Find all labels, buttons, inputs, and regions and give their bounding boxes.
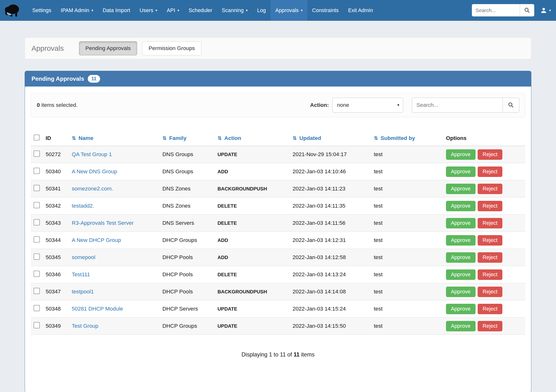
navbar-items: Settings IPAM Admin▾ Data Import Users▾ …	[28, 0, 378, 21]
row-name-link[interactable]: Test111	[72, 271, 90, 277]
row-checkbox[interactable]	[34, 168, 40, 174]
row-name-link[interactable]: testpool1	[72, 289, 94, 295]
row-family: DNS Zones	[160, 180, 215, 197]
caret-down-icon: ▾	[178, 8, 179, 13]
action-select-value: none	[337, 102, 349, 108]
table-row: 50348 50281 DHCP Module DHCP Servers UPD…	[31, 300, 525, 318]
reject-button[interactable]: Reject	[478, 167, 502, 177]
reject-button[interactable]: Reject	[478, 149, 502, 160]
nav-item-ipam-admin[interactable]: IPAM Admin▾	[56, 0, 98, 21]
row-checkbox[interactable]	[34, 322, 40, 328]
tab-pending-approvals[interactable]: Pending Approvals	[79, 41, 137, 55]
row-family: DHCP Groups	[160, 232, 215, 249]
select-all-checkbox[interactable]	[34, 135, 40, 141]
provision-mammoth-logo[interactable]	[4, 2, 21, 18]
col-header-options: Options	[443, 131, 525, 146]
table-row: 50342 testadd2. DNS Zones DELETE 2022-Ja…	[31, 197, 525, 215]
row-updated: 2022-Jan-03 14:12:31	[290, 232, 371, 249]
approve-button[interactable]: Approve	[446, 321, 476, 331]
row-id: 50346	[43, 266, 69, 283]
row-checkbox[interactable]	[34, 271, 40, 277]
row-checkbox[interactable]	[34, 185, 40, 191]
caret-down-icon: ▾	[91, 8, 93, 13]
nav-item-scanning[interactable]: Scanning▾	[217, 0, 252, 21]
reject-button[interactable]: Reject	[478, 235, 502, 246]
approve-button[interactable]: Approve	[446, 149, 476, 160]
reject-button[interactable]: Reject	[478, 184, 502, 194]
approvals-title-card: Approvals Pending ApprovalsPermission Gr…	[25, 38, 531, 59]
approve-button[interactable]: Approve	[446, 287, 476, 297]
table-search-input[interactable]	[412, 98, 502, 113]
row-checkbox[interactable]	[34, 219, 40, 225]
row-name-link[interactable]: 50281 DHCP Module	[72, 306, 123, 312]
row-updated: 2021-Nov-29 15:04:17	[290, 146, 371, 163]
row-id: 50272	[43, 146, 69, 163]
nav-item-exit-admin[interactable]: Exit Admin	[343, 0, 378, 21]
table-search-button[interactable]	[502, 98, 519, 113]
col-header-action[interactable]: ⇅Action	[215, 131, 290, 146]
row-name-link[interactable]: QA Test Group 1	[72, 151, 112, 157]
page-title: Approvals	[31, 44, 64, 53]
reject-button[interactable]: Reject	[478, 252, 502, 263]
col-header-name[interactable]: ⇅Name	[69, 131, 160, 146]
row-family: DHCP Pools	[160, 283, 215, 300]
approve-button[interactable]: Approve	[446, 269, 476, 280]
col-header-family[interactable]: ⇅Family	[160, 131, 215, 146]
row-name-link[interactable]: Test Group	[72, 323, 98, 329]
row-name-link[interactable]: A New DHCP Group	[72, 237, 121, 243]
nav-item-settings[interactable]: Settings	[28, 0, 56, 21]
row-id: 50349	[43, 318, 69, 335]
row-checkbox[interactable]	[34, 236, 40, 243]
tab-permission-groups[interactable]: Permission Groups	[142, 41, 201, 55]
nav-item-users[interactable]: Users▾	[135, 0, 162, 21]
row-updated: 2022-Jan-03 14:15:50	[290, 318, 371, 335]
row-id: 50345	[43, 249, 69, 266]
row-checkbox[interactable]	[34, 151, 40, 157]
row-name-link[interactable]: A New DNS Group	[72, 169, 117, 175]
nav-item-log[interactable]: Log	[252, 0, 270, 21]
nav-item-constraints[interactable]: Constraints	[307, 0, 343, 21]
user-menu[interactable]: ▾	[540, 7, 551, 14]
row-action: DELETE	[215, 197, 290, 215]
col-header-submitted-by[interactable]: ⇅Submitted by	[371, 131, 443, 146]
navbar-search-input[interactable]	[472, 4, 520, 16]
table-row: 50345 somepool DHCP Pools ADD 2022-Jan-0…	[31, 249, 525, 266]
row-checkbox[interactable]	[34, 254, 40, 260]
row-submitted-by: test	[371, 318, 443, 335]
sort-icon: ⇅	[72, 135, 76, 141]
reject-button[interactable]: Reject	[478, 201, 502, 211]
col-header-updated[interactable]: ⇅Updated	[290, 131, 371, 146]
approve-button[interactable]: Approve	[446, 167, 476, 177]
row-name-link[interactable]: somezone2.com.	[72, 186, 113, 192]
row-checkbox[interactable]	[34, 288, 40, 294]
mammoth-logo-icon	[4, 3, 21, 18]
approve-button[interactable]: Approve	[446, 235, 476, 246]
view-tabs: Pending ApprovalsPermission Groups	[79, 41, 201, 55]
row-name-link[interactable]: testadd2.	[72, 203, 94, 209]
row-id: 50340	[43, 163, 69, 180]
row-checkbox[interactable]	[34, 305, 40, 311]
row-name-link[interactable]: R3-Approvals Test Server	[72, 220, 134, 226]
toolbar-right: Action: none ▾	[310, 98, 519, 113]
reject-button[interactable]: Reject	[478, 304, 502, 314]
reject-button[interactable]: Reject	[478, 287, 502, 297]
row-name-link[interactable]: somepool	[72, 254, 95, 260]
nav-item-api[interactable]: API▾	[162, 0, 184, 21]
reject-button[interactable]: Reject	[478, 321, 502, 331]
navbar-search-button[interactable]	[520, 4, 534, 16]
nav-item-approvals[interactable]: Approvals▾	[270, 0, 307, 21]
row-checkbox[interactable]	[34, 202, 40, 208]
approve-button[interactable]: Approve	[446, 218, 476, 228]
caret-down-icon: ▾	[549, 8, 551, 13]
approve-button[interactable]: Approve	[446, 201, 476, 211]
approve-button[interactable]: Approve	[446, 304, 476, 314]
row-id: 50348	[43, 300, 69, 318]
table-search	[412, 98, 519, 113]
approve-button[interactable]: Approve	[446, 184, 476, 194]
action-select[interactable]: none ▾	[332, 98, 403, 113]
reject-button[interactable]: Reject	[478, 269, 502, 280]
nav-item-data-import[interactable]: Data Import	[98, 0, 135, 21]
reject-button[interactable]: Reject	[478, 218, 502, 228]
nav-item-scheduler[interactable]: Scheduler	[184, 0, 217, 21]
approve-button[interactable]: Approve	[446, 252, 476, 263]
